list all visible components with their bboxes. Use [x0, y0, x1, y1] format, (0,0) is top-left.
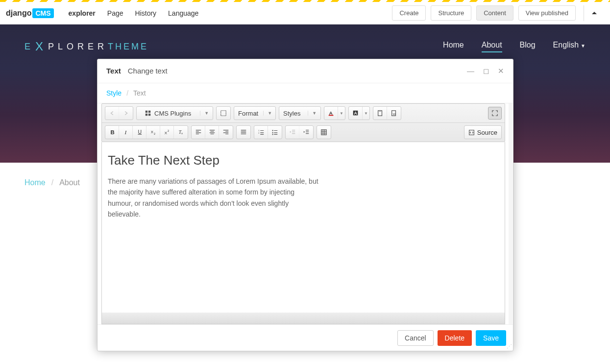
editor-toolbar: CMS Plugins ▼ Format▼ Styles▼ A ▼ A: [101, 103, 505, 142]
text-color-button[interactable]: A: [324, 107, 338, 120]
breadcrumb-home[interactable]: Home: [24, 178, 46, 187]
toolbar-collapse-button[interactable]: [584, 5, 604, 21]
outdent-button[interactable]: [286, 126, 299, 139]
format-label: Format: [238, 110, 258, 117]
modal-tab-text[interactable]: Text: [133, 89, 146, 97]
undo-button[interactable]: [105, 107, 119, 120]
cms-toolbar: django CMS explorer Page History Languag…: [0, 2, 610, 24]
modal-titlebar[interactable]: Text Change text — ◻ ✕: [98, 59, 513, 83]
cms-plugins-dropdown[interactable]: CMS Plugins ▼: [136, 106, 213, 120]
cancel-button[interactable]: Cancel: [397, 330, 434, 346]
structure-button[interactable]: Structure: [431, 5, 471, 21]
superscript-button[interactable]: X2: [160, 126, 174, 139]
numbered-list-button[interactable]: 12: [254, 126, 268, 139]
format-dropdown[interactable]: Format▼: [234, 106, 276, 120]
caret-down-icon: ▼: [581, 43, 586, 49]
content-button[interactable]: Content: [476, 5, 513, 21]
styles-label: Styles: [283, 110, 300, 117]
nav-home[interactable]: Home: [443, 41, 464, 52]
align-left-button[interactable]: [192, 126, 205, 139]
logo-text-theme: THEME: [108, 42, 148, 52]
align-justify-button[interactable]: [237, 126, 250, 139]
bg-color-button[interactable]: A: [349, 107, 363, 120]
source-button[interactable]: Source: [464, 125, 502, 139]
modal-breadcrumb: Style / Text: [98, 83, 513, 103]
minimize-icon[interactable]: —: [467, 67, 474, 75]
indent-button[interactable]: [299, 126, 313, 139]
table-button[interactable]: [317, 126, 331, 139]
svg-text:x: x: [181, 131, 183, 135]
modal-footer: Cancel Delete Save ⋰: [98, 324, 513, 351]
svg-text:2: 2: [153, 132, 155, 135]
svg-point-25: [272, 132, 273, 133]
svg-text:I: I: [124, 129, 127, 135]
show-blocks-button[interactable]: [217, 107, 230, 120]
remove-format-button[interactable]: Tx: [174, 126, 188, 139]
text-color-dropdown[interactable]: ▼: [338, 107, 345, 120]
paste-word-button[interactable]: W: [387, 107, 401, 120]
chevron-down-icon: ▼: [263, 111, 272, 116]
editor-content-area[interactable]: Take The Next Step There are many variat…: [101, 142, 505, 313]
paste-text-button[interactable]: [373, 107, 387, 120]
svg-text:U: U: [138, 129, 142, 135]
maximize-editor-button[interactable]: [488, 107, 502, 120]
site-logo[interactable]: E X PLORER THEME: [24, 40, 148, 53]
editor: CMS Plugins ▼ Format▼ Styles▼ A ▼ A: [98, 103, 513, 324]
source-label: Source: [477, 129, 497, 136]
nav-blog[interactable]: Blog: [520, 41, 536, 52]
svg-rect-1: [148, 111, 150, 113]
resize-grip-icon[interactable]: ⋰: [507, 343, 512, 350]
cms-plugins-label: CMS Plugins: [154, 110, 191, 117]
styles-dropdown[interactable]: Styles▼: [279, 106, 321, 120]
align-center-button[interactable]: [205, 126, 219, 139]
svg-point-26: [272, 134, 273, 135]
svg-text:2: 2: [258, 132, 259, 134]
nav-language-label: English: [553, 41, 579, 49]
toolbar-item-history[interactable]: History: [130, 5, 162, 21]
chevron-down-icon: ▼: [308, 111, 317, 116]
logo-letter-e: E: [24, 42, 34, 52]
modal-subtitle: Change text: [128, 67, 168, 75]
editor-scrollbar[interactable]: [509, 103, 512, 324]
content-heading[interactable]: Take The Next Step: [108, 153, 499, 168]
bold-button[interactable]: B: [105, 126, 119, 139]
svg-rect-6: [328, 115, 333, 116]
subscript-button[interactable]: X2: [146, 126, 160, 139]
svg-rect-4: [221, 111, 226, 116]
cms-logo[interactable]: django CMS: [6, 8, 54, 18]
close-icon[interactable]: ✕: [498, 67, 504, 75]
underline-button[interactable]: U: [133, 126, 146, 139]
svg-text:B: B: [110, 129, 114, 135]
delete-button[interactable]: Delete: [438, 330, 472, 346]
bg-color-dropdown[interactable]: ▼: [363, 107, 369, 120]
maximize-icon[interactable]: ◻: [483, 67, 489, 75]
italic-button[interactable]: I: [119, 126, 133, 139]
save-button[interactable]: Save: [476, 330, 506, 346]
logo-text-django: django: [6, 9, 31, 18]
content-body[interactable]: There are many variations of passages of…: [108, 176, 318, 220]
view-published-button[interactable]: View published: [518, 5, 576, 21]
align-right-button[interactable]: [219, 126, 233, 139]
caret-up-icon: [592, 12, 597, 14]
svg-rect-27: [321, 130, 327, 135]
site-nav: Home About Blog English▼: [443, 41, 586, 52]
logo-text-plorer: PLORER: [48, 42, 108, 52]
svg-rect-3: [148, 114, 150, 116]
toolbar-item-sitename[interactable]: explorer: [64, 5, 100, 21]
create-button[interactable]: Create: [392, 5, 426, 21]
redo-button[interactable]: [119, 107, 133, 120]
svg-rect-10: [379, 110, 381, 112]
editor-status-bar: [101, 313, 505, 324]
toolbar-item-page[interactable]: Page: [102, 5, 128, 21]
svg-point-24: [272, 130, 273, 131]
bulleted-list-button[interactable]: [268, 126, 282, 139]
nav-about[interactable]: About: [482, 41, 502, 52]
modal-tab-style[interactable]: Style: [106, 89, 122, 97]
svg-text:W: W: [392, 112, 395, 116]
logo-letter-x: X: [35, 40, 47, 53]
breadcrumb-current: About: [59, 178, 80, 187]
svg-text:A: A: [329, 110, 332, 116]
nav-language-dropdown[interactable]: English▼: [553, 41, 586, 52]
toolbar-item-language[interactable]: Language: [163, 5, 203, 21]
svg-rect-0: [146, 111, 147, 113]
